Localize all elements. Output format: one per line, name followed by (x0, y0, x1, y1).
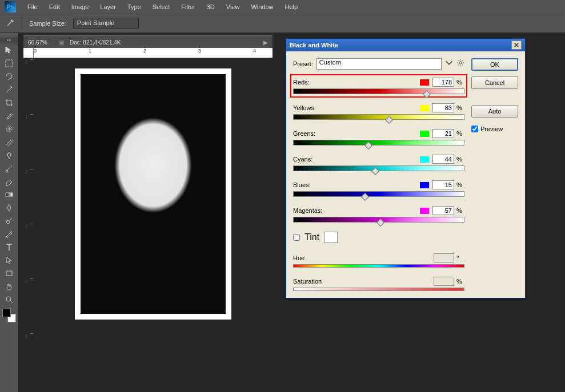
magic-wand-tool[interactable] (2, 83, 17, 96)
color-slider[interactable] (293, 191, 464, 197)
percent-label: % (456, 130, 464, 137)
document-size[interactable]: Doc: 821,4K/821,4K (70, 39, 258, 46)
canvas-viewport[interactable] (34, 58, 273, 359)
preset-menu-gear-icon[interactable] (456, 59, 464, 69)
ruler-origin[interactable] (23, 48, 34, 58)
color-swatch-icon (420, 156, 429, 163)
color-value-input[interactable] (432, 180, 454, 189)
color-swatch-icon (420, 105, 429, 111)
color-value-input[interactable] (432, 78, 454, 87)
menu-window[interactable]: Window (245, 2, 279, 12)
eyedropper-tool[interactable] (2, 110, 17, 122)
color-slider[interactable] (293, 114, 464, 120)
lasso-tool[interactable] (2, 70, 17, 83)
gradient-tool[interactable] (2, 188, 17, 201)
menu-edit[interactable]: Edit (43, 2, 66, 12)
percent-label: % (456, 207, 464, 214)
preset-label: Preset: (293, 60, 313, 67)
hue-input[interactable] (434, 253, 454, 262)
status-more-icon[interactable]: ▶ (263, 39, 268, 46)
preset-select[interactable]: Custom (316, 58, 442, 70)
menu-filter[interactable]: Filter (175, 2, 201, 12)
hue-slider[interactable] (293, 264, 464, 268)
color-value-input[interactable] (432, 129, 454, 138)
clone-tool[interactable] (2, 149, 17, 161)
healing-tool[interactable] (2, 123, 17, 135)
color-slider[interactable] (293, 165, 464, 171)
crop-tool[interactable] (2, 96, 17, 109)
color-slider[interactable] (293, 88, 464, 94)
zoom-level[interactable]: 66,67% (28, 39, 53, 46)
zoom-tool[interactable] (2, 293, 17, 306)
color-row-greens: Greens:% (293, 129, 464, 146)
image-canvas[interactable] (75, 68, 231, 320)
color-swatch-icon (420, 208, 429, 214)
pen-tool[interactable] (2, 228, 17, 240)
portrait-image (81, 74, 226, 314)
eraser-tool[interactable] (2, 175, 17, 188)
preview-row: Preview (471, 126, 518, 132)
auto-button[interactable]: Auto (471, 105, 518, 118)
menu-type[interactable]: Type (122, 2, 147, 12)
dialog-titlebar[interactable]: Black and White (286, 39, 525, 51)
color-row-blues: Blues:% (293, 180, 464, 197)
app-logo: Ps (5, 1, 16, 13)
ruler-tick: 2 (25, 169, 28, 175)
horizontal-ruler[interactable]: 01234 (34, 48, 273, 58)
dodge-tool[interactable] (2, 215, 17, 227)
color-row-reds: Reds:% (292, 76, 466, 96)
color-row-yellows: Yellows:% (293, 103, 464, 120)
menu-image[interactable]: Image (66, 2, 95, 12)
color-label: Magentas: (293, 207, 420, 214)
cancel-button[interactable]: Cancel (471, 76, 518, 89)
ruler-tick: 0 (34, 48, 37, 54)
menu-bar: Ps FileEditImageLayerTypeSelectFilter3DV… (0, 0, 565, 14)
saturation-slider[interactable] (293, 288, 464, 291)
color-swatches[interactable] (2, 309, 16, 322)
svg-point-1 (11, 87, 12, 88)
menu-select[interactable]: Select (147, 2, 176, 12)
saturation-unit: % (456, 278, 464, 285)
brush-tool[interactable] (2, 136, 17, 148)
history-brush-tool[interactable] (2, 162, 17, 175)
path-select-tool[interactable] (2, 254, 17, 266)
menu-layer[interactable]: Layer (94, 2, 122, 12)
menu-3d[interactable]: 3D (201, 2, 221, 12)
rectangle-tool[interactable] (2, 267, 17, 280)
ruler-tick: 3 (25, 224, 28, 229)
hand-tool[interactable] (2, 280, 17, 293)
marquee-tool[interactable] (2, 57, 17, 70)
type-tool[interactable] (2, 241, 17, 253)
color-row-magentas: Magentas:% (293, 206, 464, 223)
dialog-title: Black and White (290, 42, 511, 49)
color-value-input[interactable] (432, 155, 454, 164)
saturation-input[interactable] (434, 277, 454, 286)
preset-dropdown-icon[interactable] (445, 59, 453, 69)
color-value-input[interactable] (432, 206, 454, 215)
hue-label: Hue (293, 254, 434, 261)
dialog-close-button[interactable] (511, 41, 522, 50)
color-label: Yellows: (293, 104, 420, 111)
menu-view[interactable]: View (221, 2, 246, 12)
tint-color-swatch[interactable] (324, 232, 338, 243)
color-slider[interactable] (293, 140, 464, 146)
preview-label: Preview (480, 126, 503, 132)
black-and-white-dialog: Black and White Preset: Custom Reds:%Yel… (286, 38, 526, 298)
tint-checkbox[interactable] (293, 234, 300, 241)
panel-collapse-grip[interactable]: ▸▸ (0, 38, 18, 43)
percent-label: % (456, 79, 464, 86)
move-tool[interactable] (2, 44, 17, 56)
tools-panel: ▸▸ (0, 33, 18, 392)
ok-button[interactable]: OK (471, 58, 518, 71)
menu-help[interactable]: Help (279, 2, 304, 12)
color-value-input[interactable] (432, 103, 454, 112)
color-swatch-icon (420, 131, 429, 137)
status-segment-icon[interactable]: ▣ (59, 39, 64, 46)
sample-size-select[interactable]: Point Sample (73, 18, 139, 29)
preview-checkbox[interactable] (471, 126, 478, 132)
blur-tool[interactable] (2, 201, 17, 214)
color-label: Reds: (293, 79, 420, 86)
color-slider[interactable] (293, 217, 464, 223)
menu-file[interactable]: File (22, 2, 43, 12)
foreground-color-swatch[interactable] (2, 309, 11, 317)
